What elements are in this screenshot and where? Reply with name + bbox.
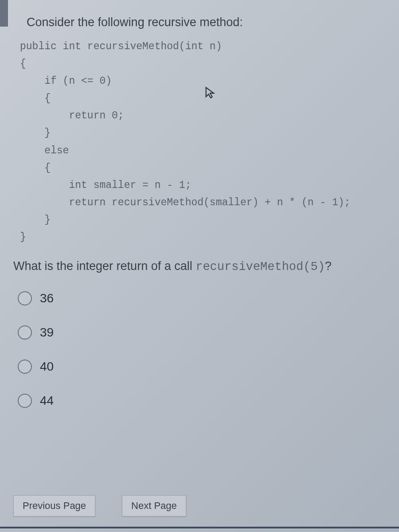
radio-button[interactable]: [18, 394, 32, 408]
option-36[interactable]: 36: [18, 291, 386, 305]
radio-button[interactable]: [18, 291, 32, 305]
radio-button[interactable]: [18, 360, 32, 374]
option-label: 40: [40, 360, 54, 374]
option-39[interactable]: 39: [18, 325, 386, 340]
option-label: 36: [40, 291, 54, 305]
bottom-divider: [0, 527, 399, 528]
question-followup: What is the integer return of a call rec…: [13, 259, 386, 274]
question-prompt: Consider the following recursive method:: [27, 16, 386, 29]
option-40[interactable]: 40: [18, 360, 386, 374]
code-block: public int recursiveMethod(int n) { if (…: [20, 38, 386, 246]
option-label: 39: [40, 325, 54, 340]
radio-button[interactable]: [18, 325, 32, 340]
question-tail-code: recursiveMethod(5): [196, 260, 325, 274]
question-tail-pre: What is the integer return of a call: [13, 259, 196, 273]
next-page-button[interactable]: Next Page: [122, 495, 186, 516]
previous-page-button[interactable]: Previous Page: [13, 495, 95, 516]
options-group: 36394044: [18, 291, 386, 408]
question-tail-post: ?: [325, 259, 332, 273]
option-44[interactable]: 44: [18, 394, 386, 408]
accent-bar: [0, 0, 8, 27]
nav-row: Previous Page Next Page: [13, 495, 186, 516]
option-label: 44: [40, 394, 54, 408]
